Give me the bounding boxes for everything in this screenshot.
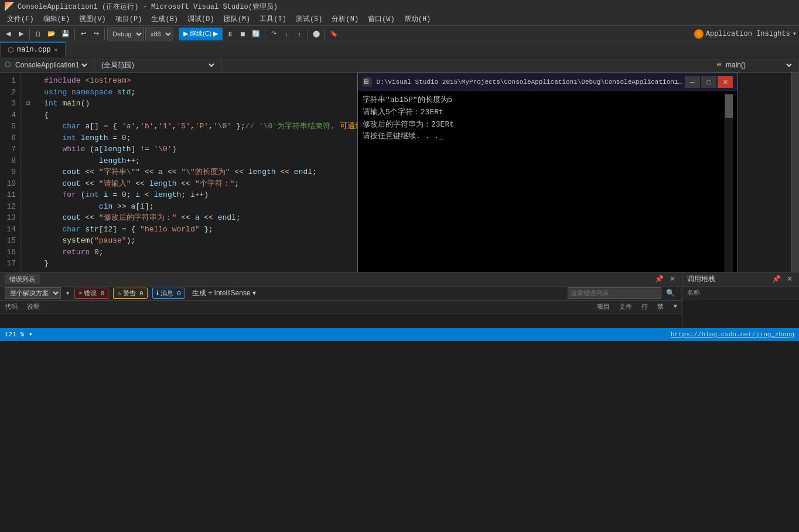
scope-dropdown[interactable]: (全局范围) (99, 60, 216, 70)
call-stack-close-btn[interactable]: ✕ (785, 274, 794, 284)
warn-icon: ⚠ (117, 289, 121, 296)
toolbar: ◀ ▶ 🗋 📂 💾 ↩ ↪ Debug x86 ▶ 继续(C) ▶ ⏸ ⏹ 🔄 … (0, 26, 799, 42)
restart-btn[interactable]: 🔄 (250, 28, 262, 40)
toolbar-sep-7 (325, 28, 325, 40)
console-maximize-btn[interactable]: □ (701, 76, 716, 88)
toolbar-sep-1 (29, 28, 30, 40)
error-icon: ✕ (78, 289, 82, 296)
project-icon: ⬡ (5, 60, 11, 69)
tab-file-icon: ⬡ (8, 46, 13, 54)
menu-file[interactable]: 文件(F) (2, 13, 39, 25)
menu-window[interactable]: 窗口(W) (363, 13, 400, 25)
error-list-tab-btn[interactable]: 错误列表 (5, 274, 40, 284)
toolbar-sep-3 (104, 28, 105, 40)
function-dropdown[interactable]: main() (723, 60, 794, 70)
website-link[interactable]: https://blog.csdn.net/jing_zhong (671, 331, 794, 338)
error-count: 错误 0 (84, 289, 104, 298)
col-line: 行 (641, 302, 648, 311)
bookmark-btn[interactable]: 🔖 (327, 28, 340, 40)
tab-label: main.cpp (17, 46, 51, 54)
panel-close-btn[interactable]: ✕ (668, 274, 677, 284)
menu-analyze[interactable]: 分析(N) (327, 13, 363, 25)
toolbar-undo-btn[interactable]: ↩ (77, 28, 89, 40)
zoom-level[interactable]: 121 % (5, 331, 24, 338)
run-button[interactable]: ▶ 继续(C) ▶ (179, 28, 223, 40)
console-text-area: 字符串"ab15P"的长度为5 请输入5个字符：23ERt 修改后的字符串为：2… (363, 94, 725, 272)
menu-edit[interactable]: 编辑(E) (39, 13, 75, 25)
console-minimize-btn[interactable]: ─ (685, 76, 700, 88)
console-title-text: D:\Visual Studio 2015\MyProjects\Console… (377, 79, 685, 86)
warn-badge[interactable]: ⚠ 警告 0 (113, 288, 147, 299)
panel-pin-btn[interactable]: 📌 (653, 274, 665, 284)
toolbar-back-btn[interactable]: ◀ (2, 28, 14, 40)
build-filter-label: 生成 + IntelliSense (192, 289, 251, 297)
menu-debug[interactable]: 调试(D) (183, 13, 219, 25)
step-over-btn[interactable]: ↷ (268, 28, 279, 40)
info-count: 消息 0 (161, 289, 181, 298)
col-file: 文件 (619, 302, 632, 311)
console-line-2: 请输入5个字符：23ERt (363, 107, 725, 119)
line-numbers: 12345 678910 1112131415 1617 (0, 73, 21, 272)
toolbar-redo-btn[interactable]: ↪ (90, 28, 102, 40)
toolbar-forward-btn[interactable]: ▶ (15, 28, 27, 40)
zoom-dropdown-icon[interactable]: ▾ (29, 330, 33, 338)
menu-test[interactable]: 测试(S) (291, 13, 327, 25)
application-insights-area: Application Insights ▾ (694, 29, 797, 39)
application-insights-dropdown-icon[interactable]: ▾ (793, 29, 797, 38)
error-list-toolbar: 整个解决方案 ▾ ✕ 错误 0 ⚠ 警告 0 ℹ 消息 0 生成 + Intel… (0, 287, 682, 301)
toolbar-save-btn[interactable]: 💾 (59, 28, 72, 40)
col-code: 代码 (5, 302, 18, 311)
menu-help[interactable]: 帮助(H) (400, 13, 436, 25)
status-bar: 121 % ▾ https://blog.csdn.net/jing_zhong (0, 328, 799, 341)
menu-tools[interactable]: 工具(T) (255, 13, 291, 25)
breakpoint-btn[interactable]: ⬤ (310, 28, 322, 40)
editor-wrapper: 12345 678910 1112131415 1617 #include <i… (0, 73, 799, 272)
menu-view[interactable]: 视图(V) (74, 13, 111, 25)
step-into-btn[interactable]: ↓ (281, 28, 292, 40)
status-right: https://blog.csdn.net/jing_zhong (671, 331, 794, 338)
toolbar-sep-4 (176, 28, 176, 40)
title-text: ConsoleApplication1 (正在运行) - Microsoft V… (18, 2, 278, 12)
toolbar-sep-5 (265, 28, 265, 40)
scroll-minimap[interactable] (791, 73, 799, 272)
toolbar-open-btn[interactable]: 📂 (45, 28, 58, 40)
col-project: 项目 (597, 302, 610, 311)
config-dropdown[interactable]: Debug (107, 28, 144, 40)
console-close-btn[interactable]: ✕ (718, 76, 733, 88)
console-title-bar: 🖥 D:\Visual Studio 2015\MyProjects\Conso… (358, 73, 737, 91)
error-search-input[interactable] (568, 287, 661, 299)
call-stack-pin-btn[interactable]: 📌 (770, 274, 783, 284)
status-left: 121 % ▾ (5, 330, 33, 338)
toolbar-new-btn[interactable]: 🗋 (32, 28, 44, 40)
console-scrollbar-thumb[interactable] (725, 94, 733, 118)
panel-header-icons: 📌 ✕ (653, 274, 677, 284)
console-window-icon: 🖥 (363, 77, 372, 87)
toolbar-sep-6 (308, 28, 308, 40)
console-line-4: 请按任意键继续. . ._ (363, 131, 725, 143)
step-out-btn[interactable]: ↑ (293, 28, 305, 40)
menu-team[interactable]: 团队(M) (219, 13, 255, 25)
platform-dropdown[interactable]: x86 (145, 28, 173, 40)
error-list-panel: 错误列表 📌 ✕ 整个解决方案 ▾ ✕ 错误 0 ⚠ 警告 0 ℹ 消息 0 (0, 272, 682, 328)
stop-btn[interactable]: ⏹ (237, 28, 248, 40)
scope-dropdown-icon: ▾ (66, 289, 70, 298)
pause-btn[interactable]: ⏸ (224, 28, 235, 40)
toolbar-sep-2 (74, 28, 75, 40)
error-list-header: 错误列表 📌 ✕ (0, 272, 682, 287)
error-badge[interactable]: ✕ 错误 0 (74, 288, 108, 299)
menu-build[interactable]: 生成(B) (146, 13, 183, 25)
application-insights-icon (694, 29, 704, 39)
search-icon-btn[interactable]: 🔍 (664, 288, 677, 298)
info-badge[interactable]: ℹ 消息 0 (152, 288, 185, 299)
tab-main-cpp[interactable]: ⬡ main.cpp ✕ (0, 42, 66, 57)
scope-selector[interactable]: 整个解决方案 (5, 287, 61, 299)
build-filter-btn[interactable]: 生成 + IntelliSense ▾ (190, 288, 258, 299)
run-icon: ▶ (183, 30, 188, 37)
console-scrollbar[interactable] (725, 94, 733, 272)
project-dropdown[interactable]: ConsoleApplication1 (13, 60, 89, 70)
info-icon: ℹ (156, 289, 159, 296)
application-insights-label[interactable]: Application Insights (706, 30, 790, 38)
project-dropdown-section: ⬡ ConsoleApplication1 (0, 57, 94, 72)
menu-project[interactable]: 项目(P) (111, 13, 147, 25)
tab-close-btn[interactable]: ✕ (54, 46, 58, 53)
